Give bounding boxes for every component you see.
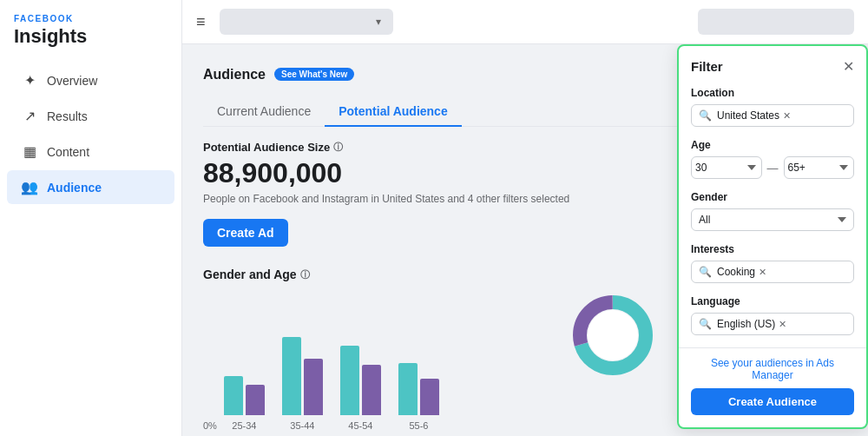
topbar-select-wrapper: ▾: [220, 9, 381, 35]
content-icon: ▦: [21, 143, 38, 160]
svg-point-2: [588, 310, 638, 360]
bar-groups: 25-34 35-44 45-54: [224, 337, 439, 431]
sidebar-nav: ✦ Overview ↗ Results ▦ Content 👥 Audienc…: [0, 62, 181, 436]
language-tag: English (US) ✕: [717, 318, 786, 330]
sidebar-item-label: Content: [47, 145, 89, 159]
audience-heading: Audience: [203, 67, 266, 83]
new-badge[interactable]: See What's New: [274, 68, 354, 81]
search-icon: 🔍: [699, 109, 712, 122]
see-audiences-link[interactable]: See your audiences in Ads Manager: [691, 357, 854, 381]
audience-icon: 👥: [21, 179, 38, 195]
bar-men-45-54: [362, 365, 381, 415]
filter-age-section: Age 30 18253540 — 65+ 2434445464: [691, 139, 854, 179]
donut-chart: [569, 292, 656, 381]
bar-group-35-44: 35-44: [282, 337, 323, 431]
location-tag: United States ✕: [717, 109, 791, 122]
filter-gender-section: Gender All Men Women: [691, 191, 854, 231]
bar-group-45-54: 45-54: [340, 346, 381, 431]
tab-potential-audience[interactable]: Potential Audience: [325, 97, 462, 127]
results-icon: ↗: [21, 108, 38, 124]
bar-men-55-6: [420, 379, 439, 415]
location-value: United States: [717, 109, 779, 122]
filter-language-input[interactable]: 🔍 English (US) ✕: [691, 313, 854, 335]
create-audience-button[interactable]: Create Audience: [691, 388, 854, 415]
sidebar-item-label: Audience: [47, 181, 102, 195]
filter-interests-input[interactable]: 🔍 Cooking ✕: [691, 261, 854, 283]
bar-label-25-34: 25-34: [232, 420, 256, 431]
age-to-select[interactable]: 65+ 2434445464: [784, 156, 855, 179]
sidebar-item-audience[interactable]: 👥 Audience: [7, 170, 174, 204]
sidebar-title: Insights: [14, 25, 168, 48]
sidebar-item-overview[interactable]: ✦ Overview: [7, 63, 174, 97]
filter-panel: Filter ✕ Location 🔍 United States ✕ Age: [677, 44, 868, 429]
bar-label-55-6: 55-6: [409, 420, 428, 431]
filter-interests-section: Interests 🔍 Cooking ✕: [691, 243, 854, 283]
language-remove-button[interactable]: ✕: [779, 319, 786, 330]
audience-title-group: Audience See What's New: [203, 67, 354, 83]
date-range-selector[interactable]: [698, 9, 854, 35]
bar-men-25-34: [246, 385, 265, 415]
sidebar: FACEBOOK Insights ✦ Overview ↗ Results ▦…: [0, 0, 182, 436]
language-search-icon: 🔍: [699, 318, 712, 330]
sidebar-item-content[interactable]: ▦ Content: [7, 135, 174, 168]
interests-value: Cooking: [717, 266, 755, 278]
bar-women-25-34: [224, 376, 243, 415]
interests-remove-button[interactable]: ✕: [759, 267, 766, 278]
sidebar-item-label: Results: [47, 109, 88, 123]
bar-group-25-34: 25-34: [224, 376, 265, 431]
sidebar-item-label: Overview: [47, 74, 97, 88]
filter-interests-label: Interests: [691, 243, 854, 255]
bar-label-45-54: 45-54: [348, 420, 372, 431]
sidebar-brand: FACEBOOK Insights: [0, 0, 181, 51]
topbar: ≡ ▾: [182, 0, 868, 44]
filter-gender-label: Gender: [691, 191, 854, 203]
age-from-select[interactable]: 30 18253540: [691, 156, 762, 179]
create-ad-button[interactable]: Create Ad: [203, 219, 288, 247]
filter-age-row: 30 18253540 — 65+ 2434445464: [691, 156, 854, 179]
bar-women-55-6: [398, 363, 418, 415]
bar-women-35-44: [282, 337, 301, 415]
overview-icon: ✦: [21, 72, 38, 89]
hamburger-icon[interactable]: ≡: [196, 13, 206, 31]
y-axis-label: 0%: [203, 420, 217, 431]
filter-location-section: Location 🔍 United States ✕: [691, 87, 854, 127]
brand-name: FACEBOOK: [14, 14, 168, 23]
main-area: ≡ ▾ Audience See What's New ⚙ Filter: [182, 0, 868, 436]
filter-location-input[interactable]: 🔍 United States ✕: [691, 104, 854, 127]
filter-title: Filter: [691, 59, 723, 74]
filter-footer: See your audiences in Ads Manager Create…: [679, 347, 866, 415]
info-icon: ⓘ: [333, 141, 343, 154]
age-dash: —: [767, 162, 779, 175]
language-value: English (US): [717, 318, 775, 330]
filter-close-button[interactable]: ✕: [843, 58, 854, 75]
chart-info-icon: ⓘ: [300, 268, 310, 281]
filter-age-label: Age: [691, 139, 854, 151]
gender-select[interactable]: All Men Women: [691, 208, 854, 231]
bar-label-35-44: 35-44: [290, 420, 314, 431]
content-area: Audience See What's New ⚙ Filter ⬇ Expor…: [182, 44, 868, 436]
filter-language-section: Language 🔍 English (US) ✕: [691, 295, 854, 335]
tab-current-audience[interactable]: Current Audience: [203, 97, 325, 127]
sidebar-item-results[interactable]: ↗ Results: [7, 99, 174, 133]
filter-location-label: Location: [691, 87, 854, 99]
page-selector[interactable]: [220, 9, 393, 35]
filter-language-label: Language: [691, 295, 854, 307]
interests-search-icon: 🔍: [699, 266, 712, 278]
location-remove-button[interactable]: ✕: [783, 110, 791, 122]
interests-tag: Cooking ✕: [717, 266, 766, 278]
filter-header: Filter ✕: [691, 58, 854, 75]
bar-men-35-44: [304, 359, 323, 415]
bar-women-45-54: [340, 346, 359, 415]
bar-group-55-6: 55-6: [398, 363, 439, 431]
